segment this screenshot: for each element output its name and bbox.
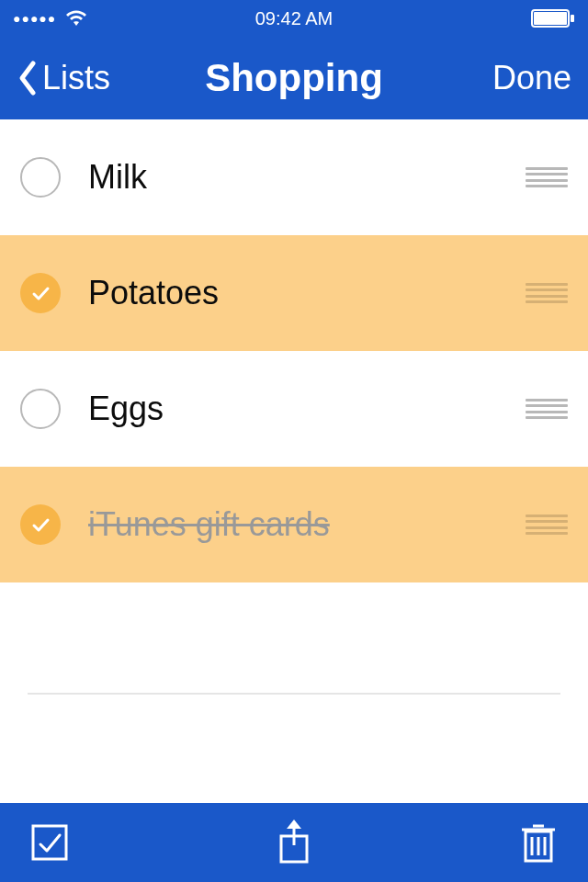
chevron-left-icon — [17, 60, 37, 96]
drag-handle-icon[interactable] — [526, 514, 568, 535]
done-button[interactable]: Done — [492, 59, 571, 97]
svg-rect-1 — [534, 12, 567, 25]
list-item[interactable]: Eggs — [0, 351, 588, 467]
signal-dots-icon: ●●●●● — [13, 11, 56, 26]
list-area: Milk Potatoes Eggs iTunes gift cards — [0, 119, 588, 695]
svg-rect-2 — [571, 15, 574, 22]
status-bar: ●●●●● 09:42 AM — [0, 0, 588, 37]
item-label: Potatoes — [88, 274, 526, 312]
item-label: iTunes gift cards — [88, 505, 526, 544]
list-item[interactable]: iTunes gift cards — [0, 467, 588, 582]
list-item[interactable]: Milk — [0, 119, 588, 235]
item-label: Eggs — [88, 390, 526, 428]
back-label: Lists — [42, 59, 110, 97]
checkbox-unchecked-icon[interactable] — [20, 389, 61, 429]
delete-button[interactable] — [516, 820, 560, 865]
page-title: Shopping — [205, 56, 383, 100]
list-item[interactable]: Potatoes — [0, 235, 588, 351]
select-all-button[interactable] — [28, 820, 72, 865]
drag-handle-icon[interactable] — [526, 167, 568, 187]
back-button[interactable]: Lists — [17, 59, 110, 97]
svg-marker-6 — [287, 820, 301, 829]
nav-bar: Lists Shopping Done — [0, 37, 588, 119]
wifi-icon — [65, 10, 87, 27]
status-time: 09:42 AM — [255, 8, 334, 29]
drag-handle-icon[interactable] — [526, 283, 568, 303]
share-button[interactable] — [272, 820, 316, 865]
divider — [28, 693, 560, 695]
checkbox-checked-icon[interactable] — [20, 273, 61, 313]
bottom-toolbar — [0, 803, 588, 882]
status-left: ●●●●● — [13, 10, 87, 27]
checkbox-checked-icon[interactable] — [20, 504, 61, 545]
item-label: Milk — [88, 158, 526, 197]
battery-icon — [531, 9, 575, 28]
drag-handle-icon[interactable] — [526, 399, 568, 419]
svg-rect-3 — [33, 826, 66, 859]
checkbox-unchecked-icon[interactable] — [20, 157, 61, 198]
